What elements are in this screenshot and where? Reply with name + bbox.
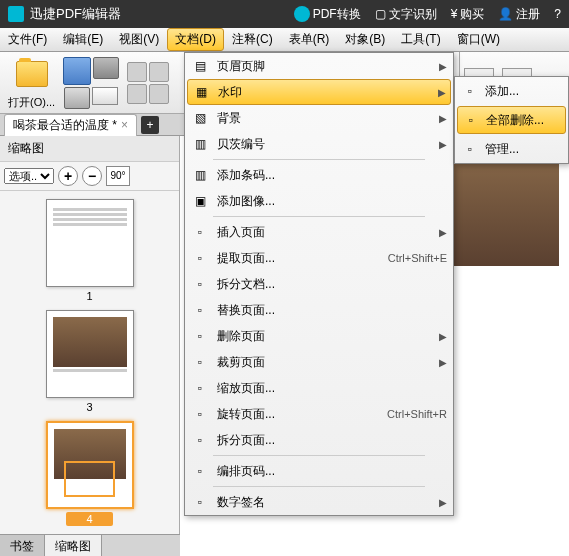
thumb-1[interactable]: 1 (46, 199, 134, 302)
background-icon: ▧ (191, 109, 209, 127)
save-icon[interactable] (63, 57, 91, 85)
chevron-right-icon: ▶ (438, 87, 446, 98)
watermark-submenu: ▫添加... ▫全部删除... ▫管理... (454, 76, 569, 164)
chevron-right-icon: ▶ (439, 227, 447, 238)
chevron-right-icon: ▶ (439, 61, 447, 72)
bates-icon: ▥ (191, 135, 209, 153)
zoom-page-icon: ▫ (191, 379, 209, 397)
chevron-right-icon: ▶ (439, 497, 447, 508)
thumb-3[interactable]: 3 (46, 310, 134, 413)
extract-page-icon: ▫ (191, 249, 209, 267)
menu-digital-sign[interactable]: ▫数字签名▶ (185, 489, 453, 515)
menu-header-footer[interactable]: ▤页眉页脚▶ (185, 53, 453, 79)
app-icon (8, 6, 24, 22)
menu-split-page[interactable]: ▫拆分页面... (185, 427, 453, 453)
header-footer-icon: ▤ (191, 57, 209, 75)
tool-btn-2[interactable] (149, 62, 169, 82)
menu-rotate-page[interactable]: ▫旋转页面...Ctrl+Shift+R (185, 401, 453, 427)
menu-edit[interactable]: 编辑(E) (55, 28, 111, 51)
menu-crop-page[interactable]: ▫裁剪页面▶ (185, 349, 453, 375)
tab-bookmark[interactable]: 书签 (0, 535, 45, 556)
scan-icon[interactable] (64, 87, 90, 109)
submenu-delete-all[interactable]: ▫全部删除... (457, 106, 566, 134)
tool-btn-3[interactable] (127, 84, 147, 104)
split-page-icon: ▫ (191, 431, 209, 449)
tool-grid (127, 62, 169, 104)
menu-view[interactable]: 视图(V) (111, 28, 167, 51)
title-bar: 迅捷PDF编辑器 PDF转换 ▢文字识别 ¥购买 👤注册 ? (0, 0, 569, 28)
document-tab[interactable]: 喝茶最合适的温度 * × (4, 114, 137, 136)
menu-replace-page[interactable]: ▫替换页面... (185, 297, 453, 323)
menu-watermark[interactable]: ▦水印▶ (187, 79, 451, 105)
options-select[interactable]: 选项... (4, 168, 54, 184)
menu-window[interactable]: 窗口(W) (449, 28, 508, 51)
menu-zoom-page[interactable]: ▫缩放页面... (185, 375, 453, 401)
document-menu: ▤页眉页脚▶ ▦水印▶ ▧背景▶ ▥贝茨编号▶ ▥添加条码... ▣添加图像..… (184, 52, 454, 516)
chevron-right-icon: ▶ (439, 331, 447, 342)
register-link[interactable]: 👤注册 (498, 6, 540, 23)
menu-form[interactable]: 表单(R) (281, 28, 338, 51)
submenu-manage[interactable]: ▫管理... (455, 135, 568, 163)
menu-add-barcode[interactable]: ▥添加条码... (185, 162, 453, 188)
menu-object[interactable]: 对象(B) (337, 28, 393, 51)
open-button[interactable]: 打开(O)... (8, 55, 55, 110)
menu-split-doc[interactable]: ▫拆分文档... (185, 271, 453, 297)
rotate-button[interactable]: 90° (106, 166, 130, 186)
buy-link[interactable]: ¥购买 (451, 6, 485, 23)
manage-icon: ▫ (461, 140, 479, 158)
sidebar: 缩略图 选项... + − 90° 1 3 4 (0, 136, 180, 556)
title-actions: PDF转换 ▢文字识别 ¥购买 👤注册 ? (294, 6, 561, 23)
close-icon[interactable]: × (121, 118, 128, 132)
user-icon: 👤 (498, 7, 513, 21)
menu-comment[interactable]: 注释(C) (224, 28, 281, 51)
chevron-right-icon: ▶ (439, 139, 447, 150)
menu-file[interactable]: 文件(F) (0, 28, 55, 51)
digital-sign-icon: ▫ (191, 493, 209, 511)
thumbnails[interactable]: 1 3 4 (0, 191, 179, 556)
image-icon: ▣ (191, 192, 209, 210)
add-tab-button[interactable]: + (141, 116, 159, 134)
menu-arrange-page[interactable]: ▫编排页码... (185, 458, 453, 484)
tab-thumbs[interactable]: 缩略图 (45, 535, 102, 556)
chevron-right-icon: ▶ (439, 113, 447, 124)
ocr-link[interactable]: ▢文字识别 (375, 6, 437, 23)
delete-all-icon: ▫ (462, 111, 480, 129)
delete-page-icon: ▫ (191, 327, 209, 345)
menu-bar: 文件(F) 编辑(E) 视图(V) 文档(D) 注释(C) 表单(R) 对象(B… (0, 28, 569, 52)
tool-btn-1[interactable] (127, 62, 147, 82)
menu-background[interactable]: ▧背景▶ (185, 105, 453, 131)
print-icon[interactable] (93, 57, 119, 79)
barcode-icon: ▥ (191, 166, 209, 184)
save-group (63, 57, 119, 109)
tool-btn-4[interactable] (149, 84, 169, 104)
pdf-logo-icon (294, 6, 310, 22)
app-title: 迅捷PDF编辑器 (30, 5, 294, 23)
ocr-icon: ▢ (375, 7, 386, 21)
menu-extract-page[interactable]: ▫提取页面...Ctrl+Shift+E (185, 245, 453, 271)
zoom-out-button[interactable]: − (82, 166, 102, 186)
zoom-in-button[interactable]: + (58, 166, 78, 186)
menu-tools[interactable]: 工具(T) (393, 28, 448, 51)
help-link[interactable]: ? (554, 6, 561, 23)
arrange-page-icon: ▫ (191, 462, 209, 480)
folder-icon (16, 61, 48, 87)
watermark-icon: ▦ (192, 83, 210, 101)
menu-delete-page[interactable]: ▫删除页面▶ (185, 323, 453, 349)
sidebar-title: 缩略图 (0, 136, 179, 162)
mail-icon[interactable] (92, 87, 118, 105)
insert-page-icon: ▫ (191, 223, 209, 241)
bottom-tabs: 书签 缩略图 (0, 534, 180, 556)
rotate-page-icon: ▫ (191, 405, 209, 423)
menu-insert-page[interactable]: ▫插入页面▶ (185, 219, 453, 245)
submenu-add[interactable]: ▫添加... (455, 77, 568, 105)
thumb-4[interactable]: 4 (46, 421, 134, 526)
sidebar-tools: 选项... + − 90° (0, 162, 179, 191)
split-doc-icon: ▫ (191, 275, 209, 293)
chevron-right-icon: ▶ (439, 357, 447, 368)
menu-document[interactable]: 文档(D) (167, 28, 224, 51)
menu-bates[interactable]: ▥贝茨编号▶ (185, 131, 453, 157)
replace-page-icon: ▫ (191, 301, 209, 319)
yen-icon: ¥ (451, 7, 458, 21)
pdf-convert-link[interactable]: PDF转换 (294, 6, 361, 23)
menu-add-image[interactable]: ▣添加图像... (185, 188, 453, 214)
